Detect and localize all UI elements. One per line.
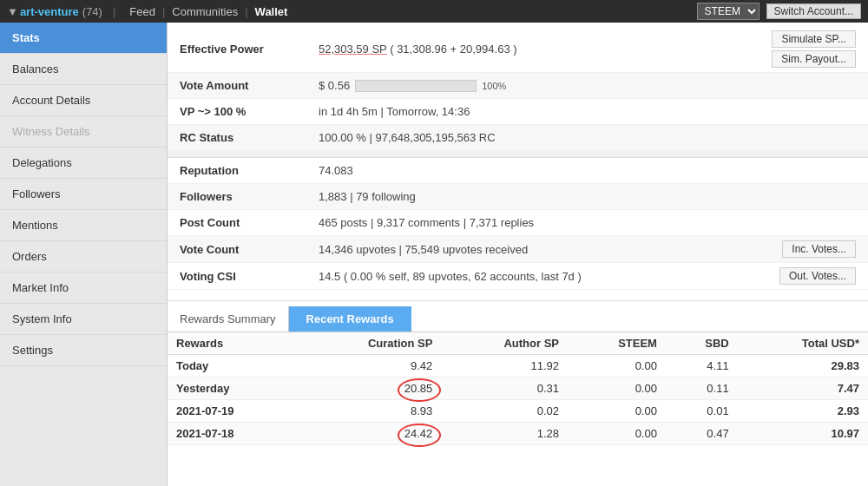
va-pct: 100% [482,81,506,91]
nav-communities[interactable]: Communities [172,5,238,18]
sidebar-item-account-details[interactable]: Account Details [0,85,167,116]
col-header-rewards: Rewards [168,332,299,355]
col-header-curation: Curation SP [299,332,442,355]
rewards-row: Yesterday 20.85 0.31 0.00 0.11 7.47 [168,378,868,400]
rewards-period: 2021-07-19 [168,400,299,423]
rewards-total: 7.47 [738,378,868,400]
inc-votes-button[interactable]: Inc. Votes... [782,240,856,258]
brand-name: art-venture [20,5,79,18]
simulate-sp-button[interactable]: Simulate SP... [772,30,856,48]
vp-value: in 1d 4h 5m | Tomorrow, 14:36 [319,105,856,118]
rep-value: 74.083 [319,164,856,177]
sidebar: Stats Balances Account Details Witness D… [0,23,168,486]
rewards-sbd: 0.01 [666,400,738,423]
ep-actions: Simulate SP... Sim. Payout... [772,30,856,68]
stat-row-vp: VP ~> 100 % in 1d 4h 5m | Tomorrow, 14:3… [168,99,868,125]
pc-label: Post Count [180,216,319,229]
stat-separator-1 [168,151,868,158]
rewards-header-row: Rewards Curation SP Author SP STEEM SBD … [168,332,868,355]
vc-actions: Inc. Votes... [782,240,856,258]
ep-sp: 52,303.59 SP [319,43,387,56]
rewards-header: Rewards Summary Recent Rewards [168,306,868,332]
stat-row-vote-amount: Vote Amount $ 0.56 100% [168,73,868,99]
sim-payout-button[interactable]: Sim. Payout... [772,50,856,68]
rewards-curation: 9.42 [299,355,442,378]
rewards-period: Today [168,355,299,378]
rewards-row: 2021-07-19 8.93 0.02 0.00 0.01 2.93 [168,400,868,423]
stat-row-effective-power: Effective Power 52,303.59 SP ( 31,308.96… [168,26,868,73]
ep-label: Effective Power [180,43,319,56]
nav-wallet[interactable]: Wallet [255,5,288,18]
csi-value: 14.5 ( 0.00 % self, 89 upvotes, 62 accou… [319,270,779,283]
sidebar-item-stats[interactable]: Stats [0,23,167,54]
sidebar-item-orders[interactable]: Orders [0,241,167,273]
vote-bar [355,80,477,92]
vp-label: VP ~> 100 % [180,105,319,118]
rewards-author: 1.28 [441,423,568,445]
stats-section: Effective Power 52,303.59 SP ( 31,308.96… [168,23,868,293]
csi-actions: Out. Votes... [779,267,856,285]
sidebar-item-settings[interactable]: Settings [0,335,167,366]
sidebar-item-market-info[interactable]: Market Info [0,273,167,304]
pc-value: 465 posts | 9,317 comments | 7,371 repli… [319,216,856,229]
rewards-steem: 0.00 [568,355,666,378]
col-header-total: Total USD* [738,332,868,355]
out-votes-button[interactable]: Out. Votes... [779,267,856,285]
rewards-row: 2021-07-18 24.42 1.28 0.00 0.47 10.97 [168,423,868,445]
stat-row-rc: RC Status 100.00 % | 97,648,305,195,563 … [168,125,868,151]
stat-row-post-count: Post Count 465 posts | 9,317 comments | … [168,210,868,236]
circled-value: 20.85 [404,382,433,395]
nav-feed[interactable]: Feed [129,5,155,18]
rewards-row: Today 9.42 11.92 0.00 4.11 29.83 [168,355,868,378]
main-content: Effective Power 52,303.59 SP ( 31,308.96… [168,23,868,486]
dropdown-arrow: ▼ [7,5,18,18]
col-header-steem: STEEM [568,332,666,355]
sidebar-item-witness-details: Witness Details [0,116,167,148]
rewards-sbd: 0.47 [666,423,738,445]
stat-row-voting-csi: Voting CSI 14.5 ( 0.00 % self, 89 upvote… [168,263,868,290]
rewards-steem: 0.00 [568,378,666,400]
vc-label: Vote Count [180,243,319,256]
rewards-total: 10.97 [738,423,868,445]
rewards-curation: 8.93 [299,400,442,423]
rewards-section: Rewards Summary Recent Rewards Rewards C… [168,300,868,445]
switch-account-button[interactable]: Switch Account... [766,3,861,19]
rep-label: Reputation [180,164,319,177]
rewards-total: 29.83 [738,355,868,378]
rewards-steem: 0.00 [568,400,666,423]
nav-separator-2: | [162,5,165,18]
va-dollar: $ 0.56 [319,79,350,92]
sidebar-item-balances[interactable]: Balances [0,54,167,85]
sidebar-item-system-info[interactable]: System Info [0,304,167,335]
steem-select[interactable]: STEEM [697,3,760,20]
sidebar-item-delegations[interactable]: Delegations [0,148,167,179]
rewards-table: Rewards Curation SP Author SP STEEM SBD … [168,332,868,445]
rewards-period: Yesterday [168,378,299,400]
rewards-author: 0.31 [441,378,568,400]
ep-value: 52,303.59 SP ( 31,308.96 + 20,994.63 ) [319,43,772,56]
col-header-author: Author SP [441,332,568,355]
rewards-sbd: 0.11 [666,378,738,400]
sidebar-item-mentions[interactable]: Mentions [0,210,167,241]
rc-value: 100.00 % | 97,648,305,195,563 RC [319,131,856,144]
recent-rewards-button[interactable]: Recent Rewards [289,306,411,332]
followers-value: 1,883 | 79 following [319,190,856,203]
vc-value: 14,346 upvotes | 75,549 upvotes received [319,243,782,256]
rewards-period: 2021-07-18 [168,423,299,445]
followers-label: Followers [180,190,319,203]
rewards-curation: 20.85 [299,378,442,400]
circled-value: 24.42 [404,427,433,440]
rewards-author: 0.02 [441,400,568,423]
col-header-sbd: SBD [666,332,738,355]
rewards-sbd: 4.11 [666,355,738,378]
main-layout: Stats Balances Account Details Witness D… [0,23,868,486]
ep-breakdown: ( 31,308.96 + 20,994.63 ) [390,43,516,56]
rc-label: RC Status [180,131,319,144]
brand-count: (74) [82,5,102,18]
rewards-curation: 24.42 [299,423,442,445]
stat-row-followers: Followers 1,883 | 79 following [168,184,868,210]
nav-separator-3: | [245,5,247,18]
rewards-author: 11.92 [441,355,568,378]
nav-separator-1: | [113,5,115,18]
sidebar-item-followers[interactable]: Followers [0,179,167,210]
